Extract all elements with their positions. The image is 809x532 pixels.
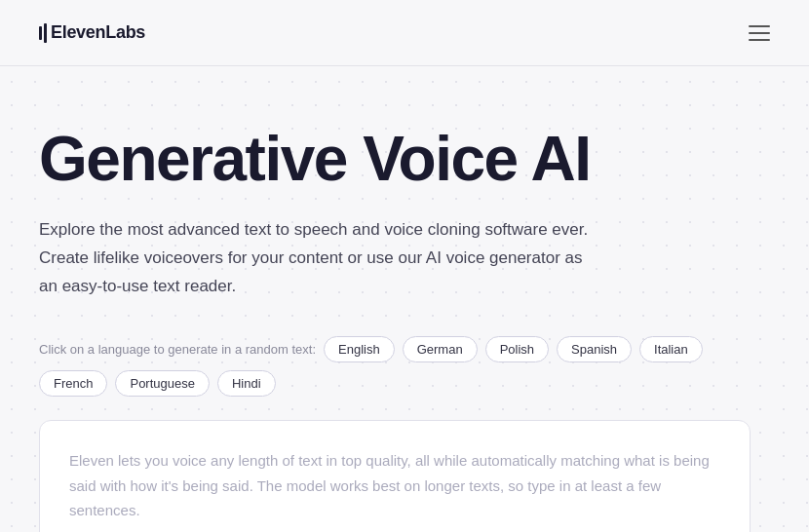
hamburger-menu-button[interactable] [749, 25, 770, 41]
language-tag-spanish[interactable]: Spanish [557, 336, 632, 362]
hero-title: Generative Voice AI [39, 125, 770, 193]
language-tag-german[interactable]: German [403, 336, 478, 362]
menu-line-1 [749, 25, 770, 27]
language-row: Click on a language to generate in a ran… [39, 336, 770, 362]
logo-bar-2 [44, 23, 47, 43]
language-tags-row1: English German Polish Spanish Italian [324, 336, 703, 362]
logo-text: ElevenLabs [51, 22, 145, 43]
language-tag-portuguese[interactable]: Portuguese [115, 370, 210, 397]
text-area-container: Eleven lets you voice any length of text… [39, 420, 751, 532]
language-prompt-text: Click on a language to generate in a ran… [39, 342, 316, 357]
language-tag-hindi[interactable]: Hindi [217, 370, 276, 397]
hero-description: Explore the most advanced text to speech… [39, 216, 604, 301]
logo-bars-icon [39, 23, 47, 43]
language-tag-english[interactable]: English [324, 336, 395, 362]
language-tag-polish[interactable]: Polish [485, 336, 549, 362]
language-section: Click on a language to generate in a ran… [39, 336, 770, 397]
menu-line-2 [749, 32, 770, 34]
logo-bar-1 [39, 26, 42, 40]
language-tag-french[interactable]: French [39, 370, 107, 397]
header: ElevenLabs [0, 0, 809, 66]
language-tags-row2: French Portuguese Hindi [39, 370, 770, 397]
main-content: Generative Voice AI Explore the most adv… [0, 66, 809, 532]
textarea-placeholder: Eleven lets you voice any length of text… [69, 448, 720, 523]
language-tag-italian[interactable]: Italian [639, 336, 703, 362]
menu-line-3 [749, 39, 770, 41]
logo[interactable]: ElevenLabs [39, 22, 145, 43]
